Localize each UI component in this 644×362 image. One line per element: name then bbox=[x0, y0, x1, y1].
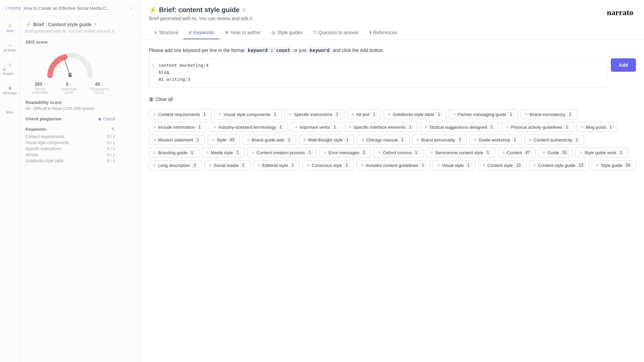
tag-remove-button[interactable]: × bbox=[424, 125, 428, 129]
tag-remove-button[interactable]: × bbox=[387, 112, 391, 117]
tag-remove-button[interactable]: × bbox=[211, 137, 215, 142]
tag-count: 1 bbox=[512, 137, 518, 142]
tag-remove-button[interactable]: × bbox=[361, 137, 365, 142]
ai-images-label: AI Images bbox=[3, 68, 17, 75]
tag-remove-button[interactable]: × bbox=[251, 150, 255, 155]
tag-remove-button[interactable]: × bbox=[580, 125, 584, 129]
tag-count: 1 bbox=[201, 112, 208, 117]
tag-remove-button[interactable]: × bbox=[524, 112, 528, 117]
tag-label: Physical activity guidelines bbox=[511, 125, 562, 130]
tag-remove-button[interactable]: × bbox=[377, 150, 381, 155]
tag-remove-button[interactable]: × bbox=[579, 150, 583, 155]
tag-remove-button[interactable]: × bbox=[153, 163, 157, 168]
heading-edit-icon[interactable]: ✎ bbox=[242, 7, 246, 13]
main-header: ⚡ Brief: content style guide ✎ Brief gen… bbox=[141, 0, 644, 40]
back-button[interactable]: ‹ Home bbox=[5, 5, 21, 11]
tag-label: Long description bbox=[158, 163, 190, 168]
tag-remove-button[interactable]: × bbox=[257, 163, 261, 168]
sidebar-item-ai-images[interactable]: ⊡ AI Images bbox=[0, 60, 20, 78]
sidebar-item-brief[interactable]: ◫ Brief bbox=[4, 21, 16, 36]
tag-item: × Goldilocks-style table 1 bbox=[384, 109, 446, 119]
readability-score: 44 - Difficult to Read (12th-15th grade) bbox=[25, 106, 115, 111]
clear-all-label: Clear all bbox=[156, 97, 173, 102]
tag-remove-button[interactable]: × bbox=[153, 150, 157, 155]
tag-item: × Servicenow content style 1 bbox=[426, 147, 495, 158]
tag-remove-button[interactable]: × bbox=[323, 150, 327, 155]
tab-references-label: References bbox=[373, 30, 397, 35]
tag-remove-button[interactable]: × bbox=[595, 163, 599, 168]
tag-remove-button[interactable]: × bbox=[505, 125, 509, 129]
tag-item: × Partner messaging guide 1 bbox=[448, 109, 518, 119]
headings-value: 0 ↑ bbox=[61, 81, 76, 87]
tag-count: 1 bbox=[435, 112, 442, 117]
tag-item: × Long description 2 bbox=[149, 160, 202, 170]
tag-remove-button[interactable]: × bbox=[206, 150, 210, 155]
sidebar-keywords-section: Keywords ✎ Content requirements0 / 1 Vis… bbox=[25, 127, 115, 163]
tag-item: × Style guide 34 bbox=[592, 160, 636, 170]
tag-label: Branding guide bbox=[158, 150, 187, 155]
tag-remove-button[interactable]: × bbox=[351, 112, 355, 117]
tab-note[interactable]: ✉ Note to author bbox=[219, 26, 266, 39]
tag-remove-button[interactable]: × bbox=[360, 163, 364, 168]
tag-remove-button[interactable]: × bbox=[213, 125, 217, 129]
tag-remove-button[interactable]: × bbox=[452, 112, 456, 117]
tag-item: × Style 43 bbox=[208, 135, 240, 145]
tag-remove-button[interactable]: × bbox=[430, 150, 434, 155]
keywords-edit-icon[interactable]: ✎ bbox=[111, 127, 115, 132]
tab-structure[interactable]: ≡ Structure bbox=[149, 26, 183, 39]
tag-remove-button[interactable]: × bbox=[542, 150, 546, 155]
words-range: 2245-3369 bbox=[32, 91, 48, 95]
keyword-textarea[interactable]: content marketing:4 blog AI writing:3 bbox=[149, 59, 606, 86]
trash-icon: 🗑 bbox=[149, 97, 154, 102]
tag-item: × Well-thought style 1 bbox=[299, 135, 354, 145]
tag-remove-button[interactable]: × bbox=[533, 163, 537, 168]
add-keyword-button[interactable]: Add bbox=[611, 58, 636, 72]
tab-style-label: Style guides bbox=[277, 30, 303, 35]
tab-keywords-label: Keywords bbox=[194, 30, 214, 35]
tag-remove-button[interactable]: × bbox=[294, 125, 298, 129]
tag-item: × Content creation process 1 bbox=[248, 147, 317, 158]
paragraphs-range: 74-111 bbox=[90, 91, 109, 95]
tag-remove-button[interactable]: × bbox=[288, 112, 292, 117]
tag-remove-button[interactable]: × bbox=[528, 137, 532, 142]
tab-question[interactable]: ? Question to answer bbox=[308, 26, 364, 39]
tag-count: 1 bbox=[189, 150, 196, 155]
tag-remove-button[interactable]: × bbox=[218, 112, 222, 117]
tag-count: 1 bbox=[407, 124, 414, 130]
sidebar-edit-icon[interactable]: ✎ bbox=[94, 22, 97, 27]
format2-code: keyword bbox=[308, 47, 331, 54]
tab-style[interactable]: ◎ Style guides bbox=[266, 26, 308, 39]
tag-remove-button[interactable]: × bbox=[153, 112, 157, 117]
tag-remove-button[interactable]: × bbox=[208, 163, 212, 168]
tag-remove-button[interactable]: × bbox=[473, 137, 477, 142]
sidebar-item-message[interactable]: ▦ Message bbox=[0, 83, 19, 98]
tag-remove-button[interactable]: × bbox=[153, 125, 157, 129]
tag-remove-button[interactable]: × bbox=[436, 163, 440, 168]
collapse-button[interactable]: › bbox=[127, 4, 135, 12]
paragraphs-label: Paragraphs bbox=[90, 87, 109, 91]
references-icon: ℹ bbox=[370, 30, 371, 35]
tag-count: 13 bbox=[514, 163, 523, 168]
sidebar-item-ai-writer[interactable]: ✏ AI Writer bbox=[1, 41, 19, 55]
check-plagiarism-button[interactable]: ◆ Check bbox=[98, 116, 115, 121]
tag-item: × Brand personality 2 bbox=[412, 135, 467, 145]
sidebar-main-content: ⚡ Brief : Content style guide ✎ Brief ge… bbox=[20, 16, 120, 362]
tag-count: 1 bbox=[234, 150, 241, 155]
tab-keywords[interactable]: # Keywords bbox=[183, 26, 219, 39]
tag-remove-button[interactable]: × bbox=[416, 137, 420, 142]
tag-item: × Content authenticity 1 bbox=[525, 135, 584, 145]
tag-remove-button[interactable]: × bbox=[501, 150, 505, 155]
tag-remove-button[interactable]: × bbox=[348, 125, 352, 129]
tag-remove-button[interactable]: × bbox=[246, 137, 250, 142]
tag-remove-button[interactable]: × bbox=[153, 137, 157, 142]
plagiarism-label: Check plagiarism bbox=[25, 116, 62, 121]
ai-images-icon: ⊡ bbox=[9, 63, 11, 67]
tag-remove-button[interactable]: × bbox=[303, 137, 307, 142]
paragraphs-up-icon: ↑ bbox=[101, 83, 103, 86]
tag-count: 1 bbox=[507, 112, 514, 117]
tag-remove-button[interactable]: × bbox=[306, 163, 310, 168]
sidebar-item-more[interactable]: ··· More bbox=[3, 103, 16, 117]
tab-references[interactable]: ℹ References bbox=[364, 26, 403, 39]
tag-remove-button[interactable]: × bbox=[482, 163, 486, 168]
clear-all-button[interactable]: 🗑 Clear all bbox=[149, 95, 177, 104]
